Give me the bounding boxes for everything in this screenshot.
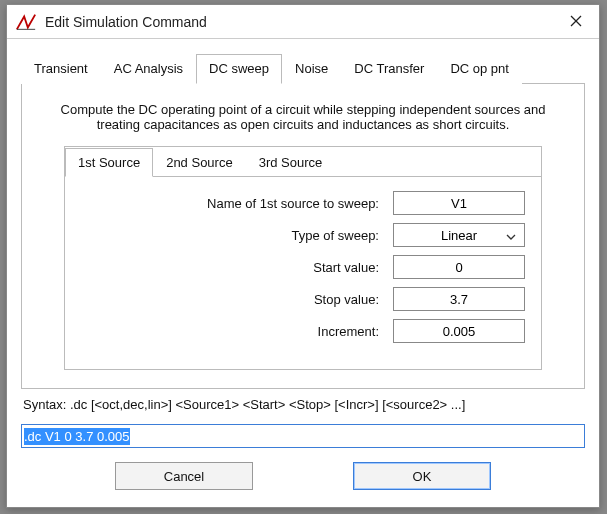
label-increment: Increment: xyxy=(81,324,393,339)
row-sweep-type: Type of sweep: Linear xyxy=(81,223,525,247)
tab-panel-dc-sweep: Compute the DC operating point of a circ… xyxy=(21,84,585,389)
ok-button[interactable]: OK xyxy=(353,462,491,490)
chevron-down-icon xyxy=(502,228,520,243)
source-tabs-container: 1st Source 2nd Source 3rd Source Name of… xyxy=(64,146,542,370)
row-start-value: Start value: xyxy=(81,255,525,279)
command-input-value: .dc V1 0 3.7 0.005 xyxy=(24,428,130,445)
close-button[interactable] xyxy=(553,5,599,39)
tab-3rd-source[interactable]: 3rd Source xyxy=(246,148,336,177)
main-tabs: Transient AC Analysis DC sweep Noise DC … xyxy=(21,53,585,84)
tab-dc-op-pnt[interactable]: DC op pnt xyxy=(437,54,522,84)
description-text: Compute the DC operating point of a circ… xyxy=(40,96,566,146)
app-icon xyxy=(15,11,37,33)
source-form: Name of 1st source to sweep: Type of swe… xyxy=(65,177,541,369)
input-stop-value[interactable] xyxy=(393,287,525,311)
label-start-value: Start value: xyxy=(81,260,393,275)
tab-noise[interactable]: Noise xyxy=(282,54,341,84)
input-start-value[interactable] xyxy=(393,255,525,279)
cancel-button[interactable]: Cancel xyxy=(115,462,253,490)
label-source-name: Name of 1st source to sweep: xyxy=(81,196,393,211)
dialog-content: Transient AC Analysis DC sweep Noise DC … xyxy=(7,39,599,508)
select-sweep-type[interactable]: Linear xyxy=(393,223,525,247)
source-tabs: 1st Source 2nd Source 3rd Source xyxy=(65,147,541,177)
command-input[interactable]: .dc V1 0 3.7 0.005 xyxy=(21,424,585,448)
dialog-buttons: Cancel OK xyxy=(21,448,585,498)
syntax-hint: Syntax: .dc [<oct,dec,lin>] <Source1> <S… xyxy=(21,389,585,424)
select-sweep-type-value: Linear xyxy=(398,228,502,243)
window-title: Edit Simulation Command xyxy=(45,14,553,30)
dialog-window: Edit Simulation Command Transient AC Ana… xyxy=(6,4,600,508)
titlebar: Edit Simulation Command xyxy=(7,5,599,39)
tab-dc-transfer[interactable]: DC Transfer xyxy=(341,54,437,84)
label-stop-value: Stop value: xyxy=(81,292,393,307)
label-sweep-type: Type of sweep: xyxy=(81,228,393,243)
tab-dc-sweep[interactable]: DC sweep xyxy=(196,54,282,84)
tab-1st-source[interactable]: 1st Source xyxy=(65,148,153,177)
row-stop-value: Stop value: xyxy=(81,287,525,311)
input-increment[interactable] xyxy=(393,319,525,343)
tab-ac-analysis[interactable]: AC Analysis xyxy=(101,54,196,84)
row-source-name: Name of 1st source to sweep: xyxy=(81,191,525,215)
close-icon xyxy=(570,13,582,30)
tab-2nd-source[interactable]: 2nd Source xyxy=(153,148,246,177)
row-increment: Increment: xyxy=(81,319,525,343)
input-source-name[interactable] xyxy=(393,191,525,215)
tab-transient[interactable]: Transient xyxy=(21,54,101,84)
